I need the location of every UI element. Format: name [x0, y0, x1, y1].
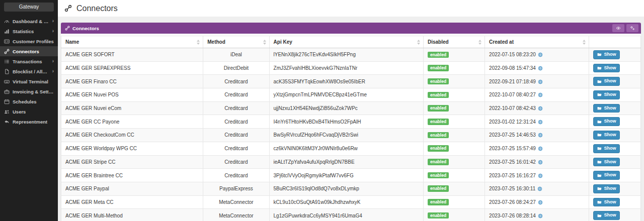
folder-open-icon [597, 106, 602, 111]
cell-created-at: 2023-07-25 16:30:11 [485, 182, 589, 195]
cell-disabled: enabled [423, 61, 485, 75]
show-button[interactable]: Show [593, 131, 620, 140]
table-row: ACME GER CC PayoneCreditcardI4nYr6THtoHK… [61, 115, 641, 129]
show-button[interactable]: Show [593, 90, 620, 99]
cell-method: Creditcard [203, 115, 269, 129]
sidebar-item-label: Representment [13, 119, 47, 125]
show-button[interactable]: Show [593, 158, 620, 167]
customer-profiles-icon [4, 39, 10, 44]
folder-open-icon [597, 79, 602, 84]
cell-disabled: enabled [423, 75, 485, 88]
panel-title: Connectors [72, 26, 99, 31]
cell-actions: Show [589, 195, 641, 209]
cell-created-at: 2023-07-25 16:01:42 [485, 155, 589, 169]
cell-method: Creditcard [203, 75, 269, 88]
cell-api-key: 5BuRC3r6IS19qlOd8dQ7vo8xDLymkp [269, 182, 423, 195]
column-header-name[interactable]: Name [61, 36, 203, 48]
chevron-right-icon: › [52, 29, 54, 34]
show-button[interactable]: Show [593, 171, 620, 180]
table-row: ACME GER Worldpay WPG CCCreditcardcz6kVN… [61, 142, 641, 155]
cell-actions: Show [589, 129, 641, 142]
content-area: Connectors NameMethodApi KeyDisabledCrea… [58, 17, 644, 221]
sidebar-item-invoicing-settlement[interactable]: Invoicing & Settlement [0, 86, 58, 96]
sidebar-item-label: Connectors [13, 49, 39, 54]
show-button[interactable]: Show [593, 77, 620, 86]
folder-open-icon [597, 133, 602, 137]
sidebar-item-transactions[interactable]: Transactions› [0, 56, 58, 66]
cell-disabled: enabled [423, 115, 485, 129]
globe-icon [538, 66, 543, 71]
show-button[interactable]: Show [593, 104, 620, 113]
folder-open-icon [597, 66, 602, 70]
cell-actions: Show [589, 101, 641, 115]
cell-disabled: enabled [423, 195, 485, 209]
sidebar-item-label: Transactions [13, 59, 42, 64]
sidebar-item-statistics[interactable]: Statistics› [0, 26, 58, 36]
globe-icon [538, 160, 543, 165]
table-row: ACME GER Stripe CCCreditcardieALtTZpYafv… [61, 155, 641, 169]
cell-api-key: Lg1zGPuwrkdraCc6yMSY941r6UmaG4 [269, 209, 423, 221]
created-at-value: 2023-07-25 16:30:11 [489, 186, 535, 191]
status-badge: enabled [428, 172, 449, 179]
cell-method: MetaConnector [203, 209, 269, 221]
table-row: ACME GER Nuvei eComCreditcardujjNzxu1XH5… [61, 101, 641, 115]
cell-name: ACME GER Multi-Method [61, 209, 203, 221]
globe-icon [538, 146, 543, 151]
schedules-icon [4, 99, 10, 104]
sidebar-item-blocklist-allowlist[interactable]: Blocklist / Allowlist› [0, 66, 58, 76]
show-button[interactable]: Show [593, 64, 620, 73]
virtual-terminal-icon [4, 79, 10, 84]
show-button[interactable]: Show [593, 117, 620, 126]
sidebar-item-users[interactable]: Users [0, 106, 58, 117]
created-at-value: 2022-10-07 08:42:43 [489, 105, 536, 111]
cell-disabled: enabled [423, 209, 485, 221]
settings-button[interactable] [626, 24, 638, 32]
sidebar: Gateway Dashboard & Summary›Statistics›C… [0, 0, 58, 221]
table-row: ACME GER Nuvei POSCreditcardyXtzjGmpcnTm… [61, 88, 641, 102]
folder-open-icon [597, 52, 602, 57]
status-badge: enabled [428, 145, 449, 152]
folder-open-icon [597, 92, 602, 97]
created-at-value: 2022-07-15 08:23:20 [489, 52, 536, 57]
status-badge: enabled [428, 119, 449, 125]
show-button[interactable]: Show [593, 50, 620, 59]
column-header-api-key[interactable]: Api Key [269, 36, 423, 48]
sidebar-item-dashboard-summary[interactable]: Dashboard & Summary› [0, 16, 58, 26]
show-button[interactable]: Show [593, 184, 620, 193]
globe-icon [538, 133, 543, 138]
column-header-disabled[interactable]: Disabled [423, 36, 485, 48]
gateway-button[interactable]: Gateway [4, 3, 54, 12]
sidebar-item-virtual-terminal[interactable]: Virtual Terminal [0, 76, 58, 86]
toggle-visibility-button[interactable] [612, 24, 624, 32]
cell-method: Creditcard [203, 155, 269, 169]
content-header: Connectors [58, 0, 644, 17]
folder-open-icon [597, 120, 602, 124]
created-at-value: 2022-10-07 08:40:27 [489, 92, 536, 97]
cell-api-key: BwSyRVrcufZHqo6hFCvaqDjVB2rSwi [269, 129, 423, 142]
column-label: Disabled [428, 39, 449, 45]
cell-api-key: I4nYr6THtoHKvBDxB4TkHmsO2FpAlH [269, 115, 423, 129]
cell-method: PaypalExpress [203, 182, 269, 195]
sort-icon [263, 40, 266, 45]
cell-api-key: ZmJ3ZFvahIHBLXioevvkG7NznIaTNr [269, 61, 423, 75]
sidebar-item-representment[interactable]: Representment [0, 117, 58, 127]
cell-name: ACME GER CheckoutCom CC [61, 129, 203, 142]
sidebar-item-customer-profiles[interactable]: Customer Profiles [0, 36, 58, 46]
show-button[interactable]: Show [593, 144, 620, 153]
column-header-created-at[interactable]: Created at [485, 36, 589, 48]
sidebar-item-connectors[interactable]: Connectors [0, 46, 58, 56]
table-row: ACME GER Finaro CCCreditcardacK35S3FMYTq… [61, 75, 641, 88]
globe-icon [538, 120, 543, 125]
column-header-method[interactable]: Method [203, 36, 269, 48]
cell-created-at: 2022-09-21 07:18:49 [485, 75, 589, 88]
show-button[interactable]: Show [593, 198, 620, 207]
show-button[interactable]: Show [593, 211, 620, 220]
cell-actions: Show [589, 169, 641, 182]
cell-created-at: 2022-10-07 08:42:43 [485, 101, 589, 115]
column-label: Api Key [274, 39, 292, 45]
sort-icon [197, 40, 200, 45]
cell-name: ACME GER Nuvei POS [61, 88, 203, 102]
sidebar-item-label: Blocklist / Allowlist [13, 69, 49, 74]
sidebar-item-schedules[interactable]: Schedules [0, 96, 58, 106]
folder-open-icon [597, 200, 602, 204]
